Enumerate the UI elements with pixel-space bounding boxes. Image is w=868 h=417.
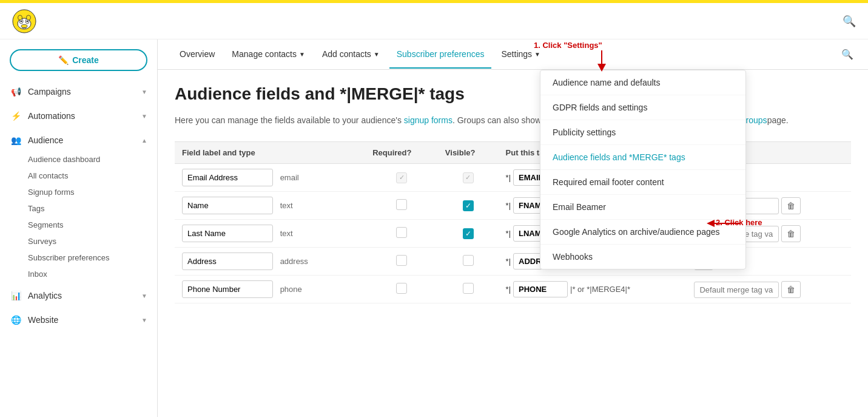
table-row: phone *| |* or *|MERGE4|* (175, 276, 851, 303)
analytics-icon: 📊 (10, 290, 22, 302)
sidebar-item-analytics[interactable]: 📊 Analytics ▼ (0, 285, 157, 307)
dropdown-item-publicity[interactable]: Publicity settings (540, 120, 745, 145)
sidebar-item-tags[interactable]: Tags (0, 200, 157, 217)
visible-checkbox-email: ✓ (463, 172, 474, 183)
website-icon: 🌐 (10, 314, 22, 326)
sidebar-item-audience-dashboard[interactable]: Audience dashboard (0, 151, 157, 168)
nav-section-automations: ⚡ Automations ▼ (0, 105, 157, 127)
campaigns-icon: 📢 (10, 86, 22, 98)
svg-point-5 (27, 20, 29, 22)
signup-forms-link[interactable]: signup forms (404, 115, 453, 125)
tab-settings[interactable]: Settings ▼ (494, 41, 548, 69)
automations-chevron: ▼ (141, 113, 147, 120)
visible-checkbox-phone[interactable] (463, 283, 474, 294)
dropdown-item-gdpr[interactable]: GDPR fields and settings (540, 95, 745, 120)
col-field-label: Field label and type (175, 142, 365, 164)
layout: ✏️ Create 📢 Campaigns ▼ ⚡ Automations ▼ (0, 39, 868, 417)
dropdown-item-email-beamer[interactable]: Email Beamer (540, 195, 745, 220)
dropdown-item-email-footer[interactable]: Required email footer content (540, 170, 745, 195)
address-label-input[interactable] (182, 253, 273, 270)
tab-manage-contacts[interactable]: Manage contacts ▼ (224, 41, 312, 69)
header-search[interactable]: 🔍 (843, 15, 856, 28)
field-label-cell: text (175, 220, 365, 248)
required-checkbox-phone[interactable] (396, 283, 407, 294)
settings-chevron: ▼ (534, 51, 540, 58)
sidebar-item-surveys[interactable]: Surveys (0, 233, 157, 249)
table-row: email ✓ ✓ *| |* or *|MERGE|* (175, 164, 851, 192)
visible-checkbox-address[interactable] (463, 255, 474, 266)
delete-button-lastname[interactable]: 🗑 (781, 225, 801, 242)
automations-icon: ⚡ (10, 110, 22, 122)
merge-tag-cell-phone: *| |* or *|MERGE4|* (506, 281, 680, 297)
create-button[interactable]: ✏️ Create (10, 49, 147, 71)
svg-point-7 (18, 15, 22, 20)
dropdown-item-webhooks[interactable]: Webhooks (540, 245, 745, 269)
tab-overview[interactable]: Overview (172, 41, 222, 69)
email-label-input[interactable] (182, 169, 273, 186)
tab-subscriber-preferences[interactable]: Subscriber preferences (389, 41, 492, 69)
nav-tabs: Overview Manage contacts ▼ Add contacts … (158, 39, 868, 70)
page-description: Here you can manage the fields available… (175, 114, 851, 127)
svg-point-4 (21, 20, 22, 22)
main-content: 1. Click "Settings" 2. Click here Overvi… (158, 39, 868, 417)
page-body: Audience fields and *|MERGE|* tags Here … (158, 70, 868, 318)
settings-dropdown: Audience name and defaults GDPR fields a… (540, 70, 746, 270)
sidebar-item-signup-forms[interactable]: Signup forms (0, 184, 157, 200)
field-label-cell: address (175, 248, 365, 276)
required-checkbox-lastname[interactable] (396, 227, 407, 238)
nav-section-audience: 👥 Audience ▲ Audience dashboard All cont… (0, 129, 157, 282)
field-label-cell: phone (175, 276, 365, 303)
field-label-cell: email (175, 164, 365, 192)
nav-section-website: 🌐 Website ▼ (0, 309, 157, 331)
svg-point-8 (27, 15, 31, 20)
field-label-cell: text (175, 192, 365, 220)
table-row: address *| |* or *|MERGE3|* (175, 248, 851, 276)
sidebar-item-segments[interactable]: Segments (0, 217, 157, 233)
svg-point-6 (21, 24, 27, 27)
sidebar-item-automations[interactable]: ⚡ Automations ▼ (0, 105, 157, 127)
sidebar-item-audience[interactable]: 👥 Audience ▲ (0, 129, 157, 151)
nav-section-campaigns: 📢 Campaigns ▼ (0, 81, 157, 103)
add-contacts-chevron: ▼ (374, 51, 380, 58)
required-checkbox-address[interactable] (396, 255, 407, 266)
col-required: Required? (365, 142, 438, 164)
col-visible: Visible? (438, 142, 499, 164)
tab-add-contacts[interactable]: Add contacts ▼ (315, 41, 387, 69)
campaigns-chevron: ▼ (141, 89, 147, 95)
required-checkbox-name[interactable] (396, 199, 407, 210)
dropdown-item-audience-fields[interactable]: Audience fields and *MERGE* tags (540, 145, 745, 170)
audience-chevron: ▲ (141, 137, 147, 144)
page-title: Audience fields and *|MERGE|* tags (175, 84, 851, 104)
sidebar-item-all-contacts[interactable]: All contacts (0, 168, 157, 184)
table-row: text ✓ *| |* or *|MERGE2|* (175, 220, 851, 248)
default-tag-input-phone[interactable] (694, 282, 779, 298)
required-checkbox-email: ✓ (396, 172, 407, 183)
delete-button-name[interactable]: 🗑 (781, 197, 801, 214)
sidebar-item-campaigns[interactable]: 📢 Campaigns ▼ (0, 81, 157, 103)
phone-label-input[interactable] (182, 280, 273, 298)
visible-checkbox-lastname[interactable]: ✓ (463, 228, 474, 239)
sidebar-item-website[interactable]: 🌐 Website ▼ (0, 309, 157, 331)
nav-section-analytics: 📊 Analytics ▼ (0, 285, 157, 307)
website-chevron: ▼ (141, 317, 147, 324)
audience-icon: 👥 (10, 134, 22, 146)
header: 🔍 (0, 3, 868, 39)
name-label-input[interactable] (182, 197, 273, 214)
lastname-label-input[interactable] (182, 225, 273, 242)
nav-search-icon[interactable]: 🔍 (841, 49, 853, 60)
sidebar-item-inbox[interactable]: Inbox (0, 266, 157, 282)
sidebar-item-subscriber-preferences[interactable]: Subscriber preferences (0, 249, 157, 266)
pencil-icon: ✏️ (58, 55, 69, 65)
visible-checkbox-name[interactable]: ✓ (463, 200, 474, 211)
manage-contacts-chevron: ▼ (299, 51, 305, 58)
delete-button-phone[interactable]: 🗑 (781, 281, 801, 298)
fields-table: Field label and type Required? Visible? … (175, 141, 851, 303)
analytics-chevron: ▼ (141, 293, 147, 299)
table-row: text ✓ *| (175, 192, 851, 220)
mailchimp-logo (12, 9, 36, 33)
merge-tag-input-phone[interactable] (513, 281, 568, 297)
dropdown-item-audience-name[interactable]: Audience name and defaults (540, 70, 745, 95)
sidebar: ✏️ Create 📢 Campaigns ▼ ⚡ Automations ▼ (0, 39, 158, 417)
dropdown-item-google-analytics[interactable]: Google Analytics on archive/audience pag… (540, 220, 745, 245)
